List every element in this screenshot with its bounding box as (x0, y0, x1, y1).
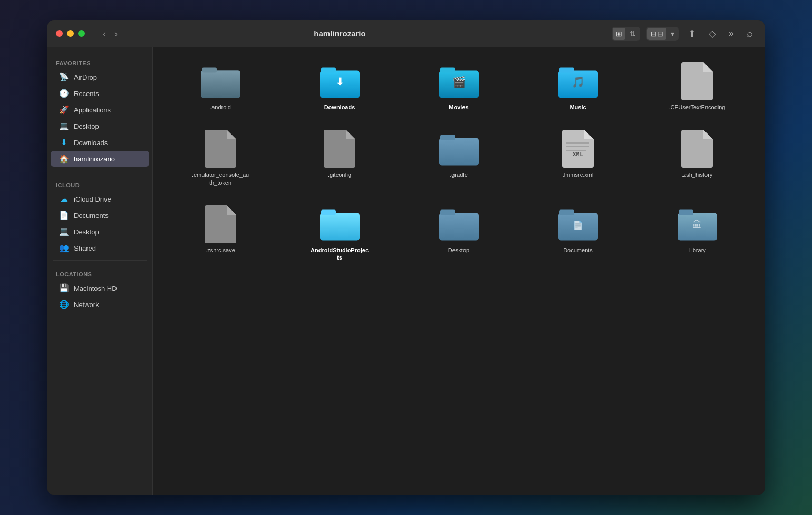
search-button[interactable]: ⌕ (743, 25, 756, 42)
close-button[interactable] (56, 30, 63, 37)
view-sort-button[interactable]: ⇅ (626, 28, 639, 40)
sidebar-item-icloud-drive[interactable]: ☁ iCloud Drive (51, 191, 149, 207)
share-button[interactable]: ⬆ (685, 26, 699, 42)
file-item-documents-folder[interactable]: 📄 Documents (521, 201, 635, 266)
file-item-library[interactable]: 🏛 Library (640, 201, 754, 266)
folder-icon-library: 🏛 (676, 205, 718, 243)
file-svg-gitconfig (324, 130, 355, 168)
download-arrow-icon: ⬇ (335, 75, 344, 88)
sidebar-item-documents[interactable]: 📄 Documents (51, 207, 149, 223)
sidebar: Favorites 📡 AirDrop 🕐 Recents 🚀 Applicat… (47, 47, 153, 495)
file-name-desktop-folder: Desktop (448, 246, 469, 254)
svg-rect-10 (440, 135, 455, 140)
sidebar-label-desktop: Desktop (74, 122, 99, 130)
sidebar-item-shared[interactable]: 👥 Shared (51, 240, 149, 256)
file-item-desktop-folder[interactable]: 🖥 Desktop (402, 201, 516, 266)
view-dropdown-button[interactable]: ▾ (668, 28, 678, 40)
sidebar-item-network[interactable]: 🌐 Network (51, 297, 149, 312)
sidebar-divider-2 (53, 260, 147, 261)
folder-icon-desktop: 🖥 (438, 205, 480, 243)
icloud-icon: ☁ (59, 194, 69, 204)
file-item-zshrc-save[interactable]: .zshrc.save (163, 201, 277, 266)
network-icon: 🌐 (59, 300, 69, 309)
window-title: hamlinrozario (74, 29, 605, 38)
title-bar: ‹ › hamlinrozario ⊞ ⇅ ⊟⊟ ▾ ⬆ ◇ » ⌕ (47, 20, 765, 47)
svg-rect-18 (440, 210, 455, 215)
file-item-zsh-history[interactable]: .zsh_history (640, 126, 754, 190)
sidebar-label-downloads: Downloads (74, 139, 108, 147)
file-name-documents-folder: Documents (563, 246, 593, 254)
file-name-emulator-console: .emulator_console_auth_token (191, 171, 249, 186)
sidebar-label-recents: Recents (74, 90, 99, 98)
folder-icon-android (199, 62, 241, 100)
sidebar-section-favorites: Favorites (47, 54, 152, 69)
sidebar-item-hamlinrozario[interactable]: 🏠 hamlinrozario (51, 151, 149, 167)
shared-icon: 👥 (59, 243, 69, 253)
sidebar-label-macintosh-hd: Macintosh HD (74, 284, 117, 292)
file-item-downloads[interactable]: ⬇ Downloads (283, 58, 397, 115)
sidebar-label-shared: Shared (74, 244, 96, 252)
more-button[interactable]: » (726, 26, 737, 41)
sidebar-divider-1 (53, 171, 147, 171)
sidebar-item-macintosh-hd[interactable]: 💾 Macintosh HD (51, 280, 149, 296)
sidebar-item-applications[interactable]: 🚀 Applications (51, 102, 149, 118)
sidebar-item-desktop[interactable]: 💻 Desktop (51, 118, 149, 134)
file-icon-cfusertextencoding (676, 62, 718, 100)
grid-view-button[interactable]: ⊟⊟ (647, 28, 666, 40)
file-name-android: .android (210, 103, 231, 111)
file-item-movies[interactable]: 🎬 Movies (402, 58, 516, 115)
documents-folder-icon: 📄 (573, 220, 583, 230)
file-name-zsh-history: .zsh_history (682, 171, 713, 178)
file-name-library: Library (688, 246, 706, 254)
minimize-button[interactable] (67, 30, 74, 37)
svg-rect-2 (202, 67, 217, 72)
file-item-lmmsrc[interactable]: XML .lmmsrc.xml (521, 126, 635, 190)
file-name-downloads: Downloads (324, 103, 355, 111)
folder-icon-androidstudio (318, 205, 361, 243)
file-icon-emulator-console (199, 130, 241, 168)
movies-icon: 🎬 (452, 75, 466, 88)
file-name-lmmsrc: .lmmsrc.xml (563, 171, 594, 178)
sidebar-label-applications: Applications (74, 106, 111, 114)
icon-view-button[interactable]: ⊞ (613, 28, 625, 40)
documents-icon: 📄 (59, 211, 69, 220)
recents-icon: 🕐 (59, 89, 69, 98)
file-item-music[interactable]: 🎵 Music (521, 58, 635, 115)
sidebar-section-icloud: iCloud (47, 176, 152, 190)
downloads-icon: ⬇ (59, 138, 69, 147)
file-icon-lmmsrc: XML (557, 130, 599, 168)
sidebar-item-airdrop[interactable]: 📡 AirDrop (51, 69, 149, 85)
file-item-androidstudio[interactable]: AndroidStudioProjects (283, 201, 397, 266)
view-options-group: ⊟⊟ ▾ (646, 27, 679, 41)
macintosh-hd-icon: 💾 (59, 283, 69, 293)
sidebar-item-recents[interactable]: 🕐 Recents (51, 85, 149, 101)
folder-icon-music: 🎵 (557, 62, 599, 100)
home-icon: 🏠 (59, 154, 69, 164)
sidebar-label-network: Network (74, 301, 99, 309)
file-svg-emulator (205, 130, 236, 168)
file-name-gitconfig: .gitconfig (328, 171, 351, 178)
sidebar-item-downloads[interactable]: ⬇ Downloads (51, 135, 149, 150)
file-icon-zsh-history (676, 130, 718, 168)
desktop-icon: 💻 (59, 121, 69, 131)
tag-button[interactable]: ◇ (705, 26, 719, 42)
svg-rect-4 (321, 67, 336, 72)
file-svg-lmmsrc: XML (562, 130, 594, 168)
main-content: Favorites 📡 AirDrop 🕐 Recents 🚀 Applicat… (47, 47, 765, 495)
file-area: .android ⬇ (153, 47, 765, 495)
file-item-cfusertextencoding[interactable]: .CFUserTextEncoding (640, 58, 754, 115)
svg-rect-20 (559, 210, 574, 215)
folder-icon-gradle (438, 130, 480, 168)
file-item-android[interactable]: .android (163, 58, 277, 115)
sidebar-item-desktop-icloud[interactable]: 💻 Desktop (51, 224, 149, 240)
file-name-music: Music (569, 103, 586, 111)
file-item-emulator-console[interactable]: .emulator_console_auth_token (163, 126, 277, 190)
file-item-gitconfig[interactable]: .gitconfig (283, 126, 397, 190)
file-item-gradle[interactable]: .gradle (402, 126, 516, 190)
folder-svg-android (201, 64, 240, 99)
sidebar-label-documents: Documents (74, 212, 109, 220)
svg-rect-8 (559, 67, 574, 72)
folder-svg-gradle (439, 132, 479, 166)
svg-rect-16 (321, 210, 336, 215)
finder-window: ‹ › hamlinrozario ⊞ ⇅ ⊟⊟ ▾ ⬆ ◇ » ⌕ Favor… (47, 20, 765, 495)
